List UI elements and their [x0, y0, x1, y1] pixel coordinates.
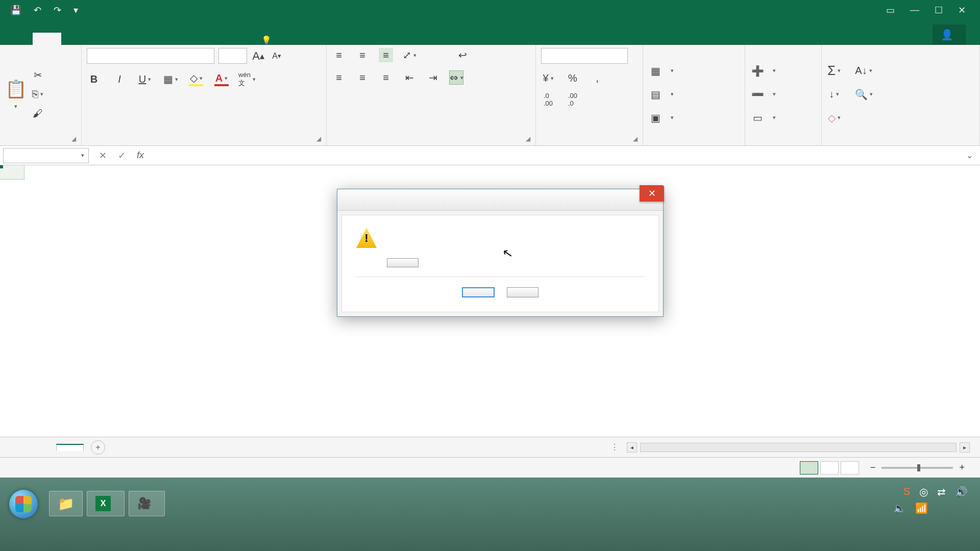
border-icon[interactable]: ▦ [163, 72, 178, 86]
expand-formula-icon[interactable]: ⌄ [959, 151, 980, 160]
clear-icon[interactable]: ◇ [827, 111, 841, 125]
cell-styles-button[interactable]: ▣ [648, 111, 674, 125]
italic-icon[interactable]: I [112, 72, 127, 86]
tab-file[interactable] [4, 33, 33, 45]
number-launcher-icon[interactable]: ◢ [633, 135, 638, 142]
show-help-button[interactable] [387, 258, 419, 267]
tray-speaker-icon[interactable]: 🔈 [893, 502, 906, 514]
system-tray[interactable]: S ◎ ⇄ 🔊 🔈 📶 [881, 483, 980, 517]
align-center-icon[interactable]: ≡ [355, 70, 370, 85]
tray-volume-icon[interactable]: 🔊 [955, 486, 968, 498]
align-middle-icon[interactable]: ≡ [355, 48, 370, 62]
paste-button[interactable]: 📋 ▾ [5, 79, 27, 110]
table-format-button[interactable]: ▤ [648, 87, 674, 102]
view-layout-button[interactable] [820, 461, 839, 474]
sort-filter-icon[interactable]: A↓ [856, 64, 871, 78]
cut-icon[interactable]: ✂ [31, 68, 45, 82]
fx-icon[interactable]: fx [137, 150, 144, 161]
dialog-title[interactable] [337, 189, 663, 211]
format-cells-button[interactable]: ▭ [750, 111, 776, 125]
dialog-close-button[interactable]: ✕ [640, 185, 664, 202]
decrease-indent-icon[interactable]: ⇤ [402, 70, 416, 85]
find-icon[interactable]: 🔍 [856, 87, 871, 102]
undo-icon[interactable]: ↶ [34, 5, 41, 16]
save-icon[interactable]: 💾 [10, 5, 21, 16]
increase-decimal-icon[interactable]: .0.00 [541, 92, 555, 107]
align-bottom-icon[interactable]: ≡ [379, 48, 393, 62]
fill-icon[interactable]: ↓ [827, 87, 841, 102]
increase-indent-icon[interactable]: ⇥ [426, 70, 440, 85]
underline-icon[interactable]: U [138, 72, 152, 86]
decrease-font-icon[interactable]: A▾ [270, 49, 284, 63]
redo-icon[interactable]: ↷ [54, 5, 61, 16]
font-name-combo[interactable] [87, 48, 214, 64]
phonetic-icon[interactable]: wén文 [240, 72, 254, 86]
ok-button[interactable] [462, 287, 495, 297]
select-all-corner[interactable] [0, 165, 24, 180]
tab-formulas[interactable] [118, 33, 147, 45]
start-button[interactable] [9, 490, 38, 518]
hscroll-left-icon[interactable]: ◂ [627, 442, 637, 453]
enter-entry-icon[interactable]: ✓ [118, 150, 126, 161]
zoom-out-button[interactable]: − [870, 462, 876, 473]
tray-sogou-icon[interactable]: S [903, 486, 910, 498]
wrap-text-icon[interactable]: ↩ [455, 48, 470, 62]
tab-insert[interactable] [61, 33, 90, 45]
percent-icon[interactable]: % [566, 71, 580, 85]
ribbon-options-icon[interactable]: ▭ [886, 5, 895, 16]
scroll-split-icon[interactable]: ⋮ [610, 442, 619, 452]
taskbar-recorder[interactable]: 🎥 [129, 491, 165, 516]
tab-diy[interactable] [233, 33, 261, 45]
align-launcher-icon[interactable]: ◢ [526, 135, 530, 142]
hscroll-right-icon[interactable]: ▸ [960, 442, 970, 453]
comma-icon[interactable]: , [590, 71, 604, 85]
align-left-icon[interactable]: ≡ [332, 70, 346, 85]
share-button[interactable]: 👤 [933, 24, 966, 45]
qat-more-icon[interactable]: ▾ [74, 5, 78, 16]
tab-home[interactable] [33, 33, 61, 45]
add-sheet-button[interactable]: + [91, 440, 105, 455]
font-size-combo[interactable] [218, 48, 247, 64]
cancel-button[interactable] [507, 287, 538, 297]
minimize-icon[interactable]: — [910, 5, 919, 16]
bold-icon[interactable]: B [87, 72, 101, 86]
decrease-decimal-icon[interactable]: .00.0 [566, 92, 580, 107]
orientation-icon[interactable]: ⤢ [402, 48, 416, 62]
maximize-icon[interactable]: ☐ [935, 5, 943, 16]
zoom-slider[interactable] [881, 467, 953, 469]
zoom-in-button[interactable]: + [959, 462, 965, 473]
clipboard-launcher-icon[interactable]: ◢ [71, 135, 76, 142]
tray-signal-icon[interactable]: 📶 [915, 502, 928, 514]
tab-data[interactable] [147, 33, 176, 45]
number-format-combo[interactable] [541, 48, 628, 64]
close-icon[interactable]: ✕ [958, 5, 966, 16]
merge-center-icon[interactable]: ⇔ [449, 70, 463, 85]
copy-icon[interactable]: ⎘ [31, 87, 45, 102]
sheet-tab[interactable] [56, 444, 84, 451]
autosum-icon[interactable]: Σ [827, 64, 841, 78]
tray-app-icon[interactable]: ◎ [919, 486, 928, 498]
align-top-icon[interactable]: ≡ [332, 48, 346, 62]
accounting-icon[interactable]: ¥ [541, 71, 555, 85]
insert-cells-button[interactable]: ➕ [750, 64, 776, 78]
tab-ffgz[interactable] [204, 33, 233, 45]
format-painter-icon[interactable]: 🖌 [31, 107, 45, 121]
tab-view[interactable] [176, 33, 204, 45]
taskbar-explorer[interactable]: 📁 [49, 491, 83, 516]
tray-network-icon[interactable]: ⇄ [937, 486, 946, 498]
cancel-entry-icon[interactable]: ✕ [99, 150, 107, 161]
taskbar-excel[interactable]: X [87, 491, 125, 516]
align-right-icon[interactable]: ≡ [379, 70, 393, 85]
font-color-icon[interactable]: A [214, 72, 229, 86]
tell-me[interactable]: 💡 [261, 35, 276, 45]
increase-font-icon[interactable]: A▴ [251, 49, 265, 63]
delete-cells-button[interactable]: ➖ [750, 87, 776, 102]
font-launcher-icon[interactable]: ◢ [316, 135, 321, 142]
view-normal-button[interactable] [800, 461, 818, 474]
view-pagebreak-button[interactable] [841, 461, 859, 474]
fill-color-icon[interactable]: ◇ [189, 72, 203, 86]
name-box[interactable] [3, 148, 89, 163]
tab-layout[interactable] [90, 33, 118, 45]
hscroll-track[interactable] [640, 443, 957, 452]
conditional-format-button[interactable]: ▦ [648, 64, 674, 78]
